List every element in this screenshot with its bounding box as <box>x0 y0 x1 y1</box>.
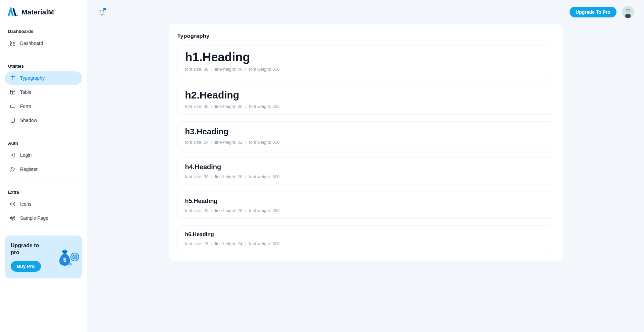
user-avatar[interactable] <box>622 6 634 18</box>
sidebar-item-sample-page[interactable]: Sample Page <box>5 211 82 225</box>
upgrade-to-pro-button[interactable]: Upgrade To Pro <box>570 7 616 17</box>
typography-card: Typography h1.Headingfont size: 36|line-… <box>169 24 563 261</box>
smile-icon <box>9 201 16 207</box>
heading-meta: font size: 30|line-height: 36|font weigh… <box>185 104 546 109</box>
meta-separator: | <box>211 67 212 72</box>
heading-label: h3.Heading <box>185 126 546 137</box>
sidebar-item-table[interactable]: Table <box>5 85 82 99</box>
heading-row: h4.Headingfont size: 20|line-height: 28|… <box>177 157 554 185</box>
brand-logo-icon <box>8 7 18 17</box>
svg-point-1 <box>10 41 12 43</box>
login-icon <box>9 152 16 158</box>
sidebar-item-label: Form <box>20 104 31 109</box>
svg-text:$: $ <box>63 257 66 263</box>
heading-meta: font size: 16|line-height: 24|font weigh… <box>185 241 546 246</box>
meta-separator: | <box>245 67 246 72</box>
svg-rect-23 <box>625 14 631 18</box>
heading-meta-lh: line-height: 28 <box>215 174 243 179</box>
page-title: Typography <box>177 33 554 40</box>
heading-meta-weight: font weight: 600 <box>249 140 280 145</box>
heading-meta-size: font size: 24 <box>185 140 209 145</box>
nav-caption: Auth <box>5 137 82 148</box>
sidebar-item-form[interactable]: Form <box>5 99 82 113</box>
sidebar-item-icons[interactable]: Icons <box>5 197 82 211</box>
nav-caption: Extra <box>5 186 82 197</box>
heading-meta-lh: line-height: 28 <box>215 208 243 213</box>
heading-meta-size: font size: 20 <box>185 208 209 213</box>
svg-text:$: $ <box>69 264 71 266</box>
buy-pro-button[interactable]: Buy Pro <box>11 261 41 272</box>
main-area: Upgrade To Pro Typography h1.Headingfont… <box>87 0 644 332</box>
heading-meta-size: font size: 16 <box>185 241 209 246</box>
svg-point-4 <box>13 44 15 46</box>
heading-meta: font size: 36|line-height: 40|font weigh… <box>185 67 546 72</box>
heading-meta-lh: line-height: 32 <box>215 140 243 145</box>
meta-separator: | <box>211 241 212 246</box>
svg-point-0 <box>16 15 18 16</box>
sidebar-item-register[interactable]: Register <box>5 162 82 176</box>
svg-rect-3 <box>10 44 12 46</box>
sidebar-item-label: Icons <box>20 201 31 207</box>
heading-meta-weight: font weight: 600 <box>249 241 280 246</box>
brand-logo[interactable]: MaterialM <box>0 0 87 25</box>
heading-meta: font size: 20|line-height: 28|font weigh… <box>185 208 546 213</box>
notification-dot-icon <box>103 8 106 10</box>
sidebar-item-label: Sample Page <box>20 215 48 221</box>
heading-meta-weight: font weight: 600 <box>249 208 280 213</box>
heading-meta-lh: line-height: 24 <box>215 241 243 246</box>
heading-meta-weight: font weight: 600 <box>249 67 280 72</box>
svg-point-22 <box>626 9 630 13</box>
notifications-button[interactable] <box>97 7 107 17</box>
heading-label: h4.Heading <box>185 162 546 172</box>
svg-point-13 <box>10 216 15 220</box>
upgrade-card-title: Upgrade to pro <box>11 242 48 256</box>
heading-row: h3.Headingfont size: 24|line-height: 32|… <box>177 121 554 150</box>
svg-point-16 <box>74 256 75 258</box>
nav-divider <box>9 132 78 132</box>
sidebar-item-label: Table <box>20 89 31 95</box>
topbar: Upgrade To Pro <box>87 0 644 24</box>
svg-rect-6 <box>10 90 15 94</box>
aperture-icon <box>9 215 16 221</box>
upgrade-card: Upgrade to pro Buy Pro $ $ <box>5 236 82 278</box>
table-icon <box>9 89 16 95</box>
sidebar-item-login[interactable]: Login <box>5 148 82 162</box>
meta-separator: | <box>245 174 246 179</box>
sidebar-item-label: Typography <box>20 75 45 81</box>
meta-separator: | <box>245 140 246 145</box>
sidebar-item-label: Dashboard <box>20 41 43 46</box>
heading-label: h1.Heading <box>185 51 546 64</box>
meta-separator: | <box>245 208 246 213</box>
svg-rect-8 <box>11 118 15 122</box>
sidebar-item-label: Register <box>20 167 38 172</box>
sidebar-item-shadow[interactable]: Shadow <box>5 114 82 127</box>
heading-meta-weight: font weight: 600 <box>249 104 280 109</box>
meta-separator: | <box>245 104 246 109</box>
sidebar: MaterialM DashboardsDashboardUtilitiesTy… <box>0 0 87 332</box>
meta-separator: | <box>211 174 212 179</box>
svg-point-11 <box>12 203 12 204</box>
brand-name: MaterialM <box>21 8 54 16</box>
meta-separator: | <box>211 208 212 213</box>
svg-point-9 <box>11 167 13 169</box>
heading-row: h2.Headingfont size: 30|line-height: 36|… <box>177 84 554 115</box>
heading-meta: font size: 24|line-height: 32|font weigh… <box>185 140 546 145</box>
sidebar-item-dashboard[interactable]: Dashboard <box>5 37 82 50</box>
heading-meta-lh: line-height: 36 <box>215 104 243 109</box>
heading-row: h5.Headingfont size: 20|line-height: 28|… <box>177 192 554 219</box>
heading-meta-lh: line-height: 40 <box>215 67 243 72</box>
heading-meta-size: font size: 30 <box>185 104 209 109</box>
sidebar-item-typography[interactable]: Typography <box>5 71 82 85</box>
heading-meta-size: font size: 20 <box>185 174 209 179</box>
svg-point-10 <box>10 202 15 206</box>
shadow-icon <box>9 117 16 124</box>
heading-meta: font size: 20|line-height: 28|font weigh… <box>185 174 546 179</box>
heading-row: h1.Headingfont size: 36|line-height: 40|… <box>177 46 554 77</box>
form-icon <box>9 103 16 110</box>
dashboard-icon <box>9 40 16 47</box>
heading-meta-size: font size: 36 <box>185 67 209 72</box>
svg-point-5 <box>12 76 13 76</box>
nav-divider <box>9 181 78 181</box>
heading-label: h6.Heading <box>185 230 546 239</box>
money-bag-icon: $ $ <box>57 247 79 267</box>
